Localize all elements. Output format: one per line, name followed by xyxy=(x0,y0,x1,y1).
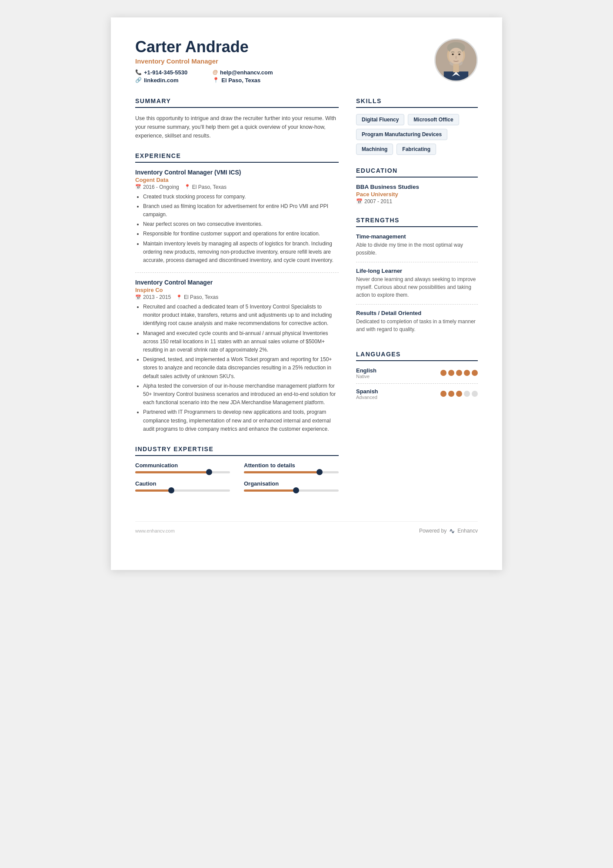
skill-digital-fluency: Digital Fluency xyxy=(356,114,404,125)
language-spanish-level: Advanced xyxy=(356,395,378,400)
education-title: EDUCATION xyxy=(356,167,478,178)
exp-meta-1: 📅 2016 - Ongoing 📍 El Paso, Texas xyxy=(135,184,339,190)
experience-item-2: Inventory Control Manager Inspire Co 📅 2… xyxy=(135,279,339,433)
skill-machining: Machining xyxy=(356,144,393,155)
resume-page: Carter Andrade Inventory Control Manager… xyxy=(111,17,502,570)
lang-dot-es-5 xyxy=(472,391,478,397)
skill-microsoft-office: Microsoft Office xyxy=(408,114,459,125)
lang-dot-en-1 xyxy=(440,370,446,376)
expertise-bar-bg-4 xyxy=(244,489,339,492)
expertise-bar-bg-1 xyxy=(135,471,230,473)
expertise-bar-fill-4 xyxy=(244,489,296,492)
exp-bullet-1-3: Near perfect scores on two consecutive i… xyxy=(143,220,339,228)
loc-icon-1: 📍 xyxy=(184,184,190,190)
exp-bullet-2-5: Partnered with IT Programmers to develop… xyxy=(143,408,339,433)
edu-degree: BBA Business Studies xyxy=(356,184,478,190)
experience-title: EXPERIENCE xyxy=(135,152,339,163)
lang-dot-es-3 xyxy=(456,391,462,397)
language-english-name: English xyxy=(356,367,376,374)
experience-section: EXPERIENCE Inventory Control Manager (VM… xyxy=(135,152,339,433)
lang-dot-es-4 xyxy=(464,391,470,397)
location-contact: 📍 El Paso, Texas xyxy=(213,77,273,84)
exp-loc-1: 📍 El Paso, Texas xyxy=(184,184,227,190)
brand-name: Enhancv xyxy=(457,528,478,534)
language-english-info: English Native xyxy=(356,367,376,379)
skill-fabricating: Fabricating xyxy=(396,144,436,155)
calendar-icon-2: 📅 xyxy=(135,295,141,300)
edu-calendar-icon: 📅 xyxy=(356,198,363,204)
expertise-bar-fill-3 xyxy=(135,489,171,492)
strength-desc-2: Never done learning and always seeking t… xyxy=(356,275,478,299)
exp-bullets-2: Recruited and coached a dedicated team o… xyxy=(135,303,339,433)
strengths-title: STRENGTHS xyxy=(356,217,478,227)
svg-point-5 xyxy=(452,54,454,55)
language-spanish-info: Spanish Advanced xyxy=(356,388,378,400)
language-english: English Native xyxy=(356,367,478,384)
skill-program-manufacturing: Program Manufacturing Devices xyxy=(356,129,447,140)
edu-school: Pace University xyxy=(356,191,478,198)
exp-company-1: Cogent Data xyxy=(135,177,339,183)
language-spanish: Spanish Advanced xyxy=(356,388,478,404)
expertise-bar-fill-1 xyxy=(135,471,209,473)
skills-section: SKILLS Digital Fluency Microsoft Office … xyxy=(356,97,478,155)
location-icon: 📍 xyxy=(213,77,219,83)
exp-bullet-2-2: Managed and executed cycle counts and bi… xyxy=(143,329,339,355)
avatar-image xyxy=(436,40,476,80)
strength-name-2: Life-long Learner xyxy=(356,268,478,274)
location-value: El Paso, Texas xyxy=(221,77,260,84)
right-column: SKILLS Digital Fluency Microsoft Office … xyxy=(356,97,478,504)
exp-divider xyxy=(135,272,339,273)
email-value: help@enhancv.com xyxy=(220,69,273,76)
lang-dot-es-2 xyxy=(448,391,454,397)
expertise-grid: Communication Attention to details xyxy=(135,462,339,492)
exp-meta-2: 📅 2013 - 2015 📍 El Paso, Texas xyxy=(135,294,339,300)
exp-date-text-1: 2016 - Ongoing xyxy=(143,184,179,190)
loc-icon-2: 📍 xyxy=(176,295,182,300)
email-icon: @ xyxy=(213,69,218,75)
expertise-attention: Attention to details xyxy=(244,462,339,473)
expertise-dot-2 xyxy=(316,469,323,475)
main-content: SUMMARY Use this opportunity to intrigue… xyxy=(135,97,478,504)
languages-section: LANGUAGES English Native xyxy=(356,351,478,404)
svg-point-6 xyxy=(458,54,460,55)
expertise-dot-3 xyxy=(168,487,174,493)
experience-item-1: Inventory Control Manager (VMI ICS) Coge… xyxy=(135,169,339,265)
exp-job-title-1: Inventory Control Manager (VMI ICS) xyxy=(135,169,339,176)
expertise-label-4: Organisation xyxy=(244,480,339,487)
education-section: EDUCATION BBA Business Studies Pace Univ… xyxy=(356,167,478,204)
exp-bullet-1-5: Maintain inventory levels by managing al… xyxy=(143,240,339,265)
linkedin-value: linkedin.com xyxy=(144,77,178,84)
exp-bullet-1-2: Branch used as filming location for adve… xyxy=(143,202,339,219)
expertise-bar-bg-2 xyxy=(244,471,339,473)
lang-dot-en-5 xyxy=(472,370,478,376)
exp-job-title-2: Inventory Control Manager xyxy=(135,279,339,286)
powered-by-text: Powered by xyxy=(419,528,446,534)
lang-dot-es-1 xyxy=(440,391,446,397)
avatar xyxy=(434,38,478,82)
expertise-dot-4 xyxy=(293,487,299,493)
edu-meta: 📅 2007 - 2011 xyxy=(356,198,478,204)
footer-brand: Powered by ∿ Enhancv xyxy=(419,527,478,535)
languages-title: LANGUAGES xyxy=(356,351,478,361)
strength-1: Time-management Able to divide my time i… xyxy=(356,233,478,262)
language-spanish-name: Spanish xyxy=(356,388,378,395)
candidate-title: Inventory Control Manager xyxy=(135,57,273,65)
expertise-label-1: Communication xyxy=(135,462,230,469)
strength-name-3: Results / Detail Oriented xyxy=(356,310,478,316)
email-contact: @ help@enhancv.com xyxy=(213,69,273,76)
summary-text: Use this opportunity to intrigue and dra… xyxy=(135,114,339,140)
calendar-icon-1: 📅 xyxy=(135,184,141,190)
exp-date-2: 📅 2013 - 2015 xyxy=(135,294,171,300)
strength-2: Life-long Learner Never done learning an… xyxy=(356,268,478,305)
exp-loc-2: 📍 El Paso, Texas xyxy=(176,294,218,300)
expertise-caution: Caution xyxy=(135,480,230,492)
expertise-label-3: Caution xyxy=(135,480,230,487)
strength-3: Results / Detail Oriented Dedicated to c… xyxy=(356,310,478,338)
expertise-bar-bg-3 xyxy=(135,489,230,492)
exp-bullet-1-4: Responsible for frontline customer suppo… xyxy=(143,230,339,238)
expertise-section: INDUSTRY EXPERTISE Communication Attenti… xyxy=(135,446,339,492)
left-column: SUMMARY Use this opportunity to intrigue… xyxy=(135,97,339,504)
contact-grid: 📞 +1-914-345-5530 @ help@enhancv.com 🔗 l… xyxy=(135,69,273,84)
language-spanish-dots xyxy=(440,391,478,397)
enhancv-logo-icon: ∿ xyxy=(449,527,455,535)
